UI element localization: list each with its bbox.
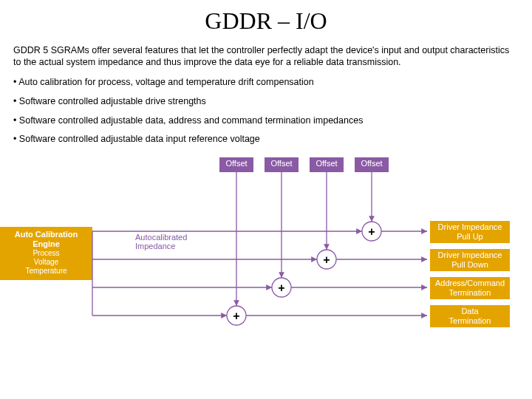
adder-2: + xyxy=(323,253,330,265)
output-2-l2: Pull Down xyxy=(451,260,488,269)
offset-label-3: Offset xyxy=(310,159,344,168)
output-1-l1: Driver Impedance xyxy=(438,222,502,231)
autocal-l2: Impedance xyxy=(135,242,175,250)
adder-3: + xyxy=(278,281,284,293)
bullet-2: • Software controlled adjustable drive s… xyxy=(13,96,519,108)
offset-label-1: Offset xyxy=(219,159,253,168)
output-1: Driver Impedance Pull Up xyxy=(433,222,507,242)
autocalibrated-label: Autocalibrated Impedance xyxy=(135,233,187,250)
output-3-l1: Address/Command xyxy=(435,279,505,287)
auto-calibration-engine: Auto Calibration Engine Process Voltage … xyxy=(0,230,92,276)
bullet-1: • Auto calibration for process, voltage … xyxy=(13,77,519,89)
adder-4: + xyxy=(233,309,239,321)
output-1-l2: Pull Up xyxy=(457,232,482,241)
output-4-l1: Data xyxy=(461,307,478,316)
output-3-l2: Termination xyxy=(449,288,491,297)
output-2: Driver Impedance Pull Down xyxy=(433,250,507,270)
autocal-l1: Autocalibrated xyxy=(135,233,187,242)
output-3: Address/Command Termination xyxy=(433,279,507,298)
block-diagram: + + + + Offset Offset Offset Offset Auto… xyxy=(0,153,532,360)
intro-paragraph: GDDR 5 SGRAMs offer several features tha… xyxy=(13,45,519,68)
ace-title: Auto Calibration Engine xyxy=(15,230,78,248)
page-title: GDDR – I/O xyxy=(0,7,532,35)
offset-label-4: Offset xyxy=(355,159,389,168)
bullet-4: • Software controlled adjustable data in… xyxy=(13,134,519,146)
ace-line-2: Voltage xyxy=(0,258,92,267)
offset-label-2: Offset xyxy=(265,159,299,168)
output-2-l1: Driver Impedance xyxy=(438,250,502,259)
ace-line-3: Temperature xyxy=(0,267,92,276)
bullet-3: • Software controlled adjustable data, a… xyxy=(13,115,519,127)
output-4-l2: Termination xyxy=(449,316,491,325)
ace-line-1: Process xyxy=(0,249,92,258)
output-4: Data Termination xyxy=(433,307,507,326)
adder-1: + xyxy=(368,225,375,237)
